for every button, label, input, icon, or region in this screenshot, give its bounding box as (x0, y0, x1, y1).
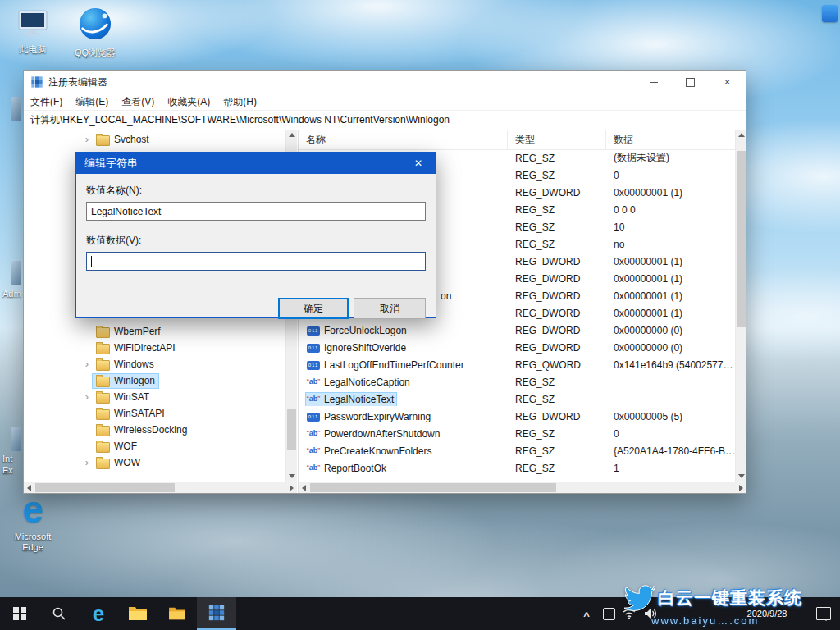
desktop-icon-partial[interactable] (11, 427, 21, 451)
minimize-button[interactable] (635, 71, 672, 94)
window-titlebar[interactable]: 注册表编辑器 ✕ (24, 71, 746, 94)
chevron-right-icon[interactable]: › (81, 457, 93, 468)
menu-view[interactable]: 查看(V) (115, 94, 161, 111)
value-name-input[interactable]: LegalNoticeText (86, 202, 426, 221)
folder-icon (96, 426, 110, 436)
registry-value-row[interactable]: 011IgnoreShiftOverideREG_DWORD0x00000000… (299, 339, 735, 356)
registry-value-row[interactable]: abPreCreateKnownFoldersREG_SZ{A520A1A4-1… (299, 442, 735, 459)
scrollbar-thumb[interactable] (737, 151, 746, 327)
taskbar-folder-button[interactable] (158, 597, 197, 630)
dialog-titlebar[interactable]: 编辑字符串 ✕ (76, 153, 436, 174)
value-data-input[interactable] (86, 252, 426, 271)
column-header-name[interactable]: 名称 (299, 130, 508, 149)
value-type: REG_DWORD (508, 411, 606, 422)
start-button[interactable] (0, 597, 39, 630)
value-type: REG_SZ (508, 377, 606, 388)
scroll-down-icon[interactable] (286, 471, 297, 482)
address-bar[interactable]: 计算机\HKEY_LOCAL_MACHINE\SOFTWARE\Microsof… (24, 111, 746, 130)
scroll-right-icon[interactable] (736, 482, 746, 493)
folder-icon (96, 459, 110, 469)
reg-sz-icon: ab (307, 463, 320, 472)
menu-favorites[interactable]: 收藏夹(A) (161, 94, 217, 111)
scroll-left-icon[interactable] (24, 482, 34, 493)
window-title: 注册表编辑器 (48, 75, 107, 89)
chevron-right-icon[interactable]: › (81, 358, 93, 370)
list-horizontal-scrollbar[interactable] (299, 482, 746, 493)
value-data: 0x00000001 (1) (606, 290, 735, 302)
maximize-button[interactable] (672, 71, 709, 94)
scroll-left-icon[interactable] (299, 482, 309, 493)
menu-file[interactable]: 文件(F) (24, 94, 69, 111)
registry-value-row[interactable]: 011PasswordExpiryWarningREG_DWORD0x00000… (299, 408, 735, 425)
close-icon[interactable]: ✕ (401, 153, 436, 174)
watermark-title: 白云一键重装系统 (658, 587, 802, 609)
value-data: 0 (606, 428, 735, 440)
taskbar-regedit-button[interactable] (197, 597, 236, 630)
value-data: 0x00000001 (1) (606, 256, 735, 267)
value-name: PasswordExpiryWarning (324, 411, 431, 422)
desktop-icon-partial[interactable] (11, 261, 21, 285)
value-name: LastLogOffEndTimePerfCounter (324, 359, 464, 371)
tree-item-label: Winlogon (114, 375, 155, 386)
tree-item-wof[interactable]: › WOF (24, 438, 285, 454)
cancel-button[interactable]: 取消 (354, 298, 426, 319)
desktop-icon-qq-browser[interactable]: QQ浏览器 (69, 7, 121, 58)
value-type: REG_SZ (508, 204, 606, 216)
menu-edit[interactable]: 编辑(E) (69, 94, 115, 111)
registry-app-icon (208, 604, 226, 622)
registry-value-row-selected[interactable]: abLegalNoticeTextREG_SZ (299, 390, 735, 408)
tree-item-wifidirectapi[interactable]: › WiFiDirectAPI (24, 340, 285, 356)
tree-item-label: WOF (114, 441, 137, 452)
registry-value-row[interactable]: abReportBootOkREG_SZ1 (299, 459, 735, 477)
column-header-type[interactable]: 类型 (508, 130, 606, 149)
value-data: (数据未设置) (606, 151, 735, 165)
scroll-down-icon[interactable] (736, 471, 746, 482)
scroll-up-icon[interactable] (286, 130, 297, 140)
tree-item-svchost[interactable]: › Svchost (24, 131, 285, 148)
scroll-up-icon[interactable] (736, 130, 746, 140)
app-window-icon (603, 608, 615, 620)
folder-icon (96, 344, 110, 354)
floating-widget[interactable] (822, 5, 838, 22)
ok-button[interactable]: 确定 (278, 298, 349, 319)
value-data: {A520A1A4-1780-4FF6-B… (606, 445, 735, 457)
chevron-right-icon[interactable]: › (81, 134, 93, 145)
desktop-icon-this-pc[interactable]: 此电脑 (7, 8, 59, 55)
tree-horizontal-scrollbar[interactable] (24, 482, 297, 493)
scroll-right-icon[interactable] (286, 482, 297, 493)
column-header-data[interactable]: 数据 (606, 130, 735, 149)
value-type: REG_SZ (508, 428, 606, 440)
tray-app-icon[interactable] (599, 597, 619, 630)
scrollbar-thumb[interactable] (287, 409, 296, 450)
value-type: REG_SZ (508, 239, 606, 250)
desktop-icon-partial[interactable] (11, 97, 21, 121)
reg-sz-icon: ab (307, 395, 320, 404)
taskbar-search-button[interactable] (39, 597, 79, 630)
registry-app-icon (30, 75, 43, 89)
tree-item-windows[interactable]: › Windows (24, 356, 285, 372)
taskbar-edge-button[interactable]: e (79, 597, 118, 630)
tree-item-wirelessdocking[interactable]: › WirelessDocking (24, 422, 285, 438)
reg-sz-icon: ab (307, 377, 320, 386)
tree-item-winsatapi[interactable]: › WinSATAPI (24, 405, 285, 422)
value-name: ReportBootOk (324, 463, 386, 474)
menu-help[interactable]: 帮助(H) (217, 94, 263, 111)
registry-value-row[interactable]: abLegalNoticeCaptionREG_SZ (299, 373, 735, 390)
tree-item-winsat[interactable]: › WinSAT (24, 389, 285, 405)
desktop-icon-edge[interactable]: e Microsoft Edge (7, 491, 59, 553)
value-data: no (606, 239, 735, 250)
scrollbar-thumb[interactable] (310, 483, 556, 492)
scrollbar-thumb[interactable] (35, 483, 175, 492)
tray-expand-button[interactable]: ^ (577, 597, 596, 630)
desktop-icon-label-partial: Int (2, 454, 12, 463)
list-vertical-scrollbar[interactable] (735, 130, 746, 482)
registry-value-row[interactable]: abPowerdownAfterShutdownREG_SZ0 (299, 425, 735, 442)
close-button[interactable]: ✕ (709, 71, 746, 94)
tree-item-wow[interactable]: › WOW (24, 454, 285, 471)
desktop-icon-label: 此电脑 (7, 44, 59, 55)
registry-value-row[interactable]: 011LastLogOffEndTimePerfCounterREG_QWORD… (299, 356, 735, 373)
taskbar-explorer-button[interactable] (118, 597, 158, 630)
value-data: 0x00000001 (1) (606, 273, 735, 285)
chevron-right-icon[interactable]: › (81, 391, 93, 403)
tree-item-winlogon[interactable]: › Winlogon (24, 372, 285, 389)
